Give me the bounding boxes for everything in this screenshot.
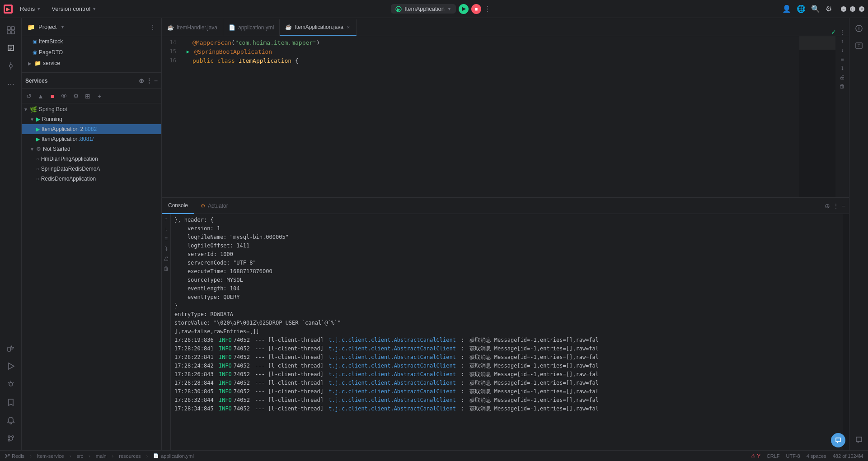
gutter-delete[interactable]: 🗑 (840, 83, 845, 89)
itemstock-label: ItemStock (39, 38, 63, 45)
tab-itemhandler[interactable]: ☕ ItemHandler.java (162, 19, 223, 36)
console-content[interactable]: }, header: { version: 1 logFileName: "my… (171, 214, 843, 450)
sidebar-icon-debug[interactable] (3, 376, 19, 392)
window-controls: − □ × (841, 6, 864, 12)
status-error-count[interactable]: ⚠ Y (750, 453, 761, 459)
far-right-diff[interactable] (851, 38, 867, 53)
console-tab-console[interactable]: Console (162, 198, 194, 214)
console-tab-actuator[interactable]: ⚙ Actuator (194, 198, 235, 214)
profile-icon[interactable]: 👤 (782, 5, 791, 13)
running-group[interactable]: ▼ ▶ Running (22, 114, 161, 124)
not-started-group[interactable]: ▼ ⚙ Not Started (22, 144, 161, 154)
svc-add-btn[interactable]: + (94, 91, 105, 102)
gutter-print[interactable]: 🖨 (840, 74, 845, 80)
sidebar-icon-run[interactable] (3, 358, 19, 374)
svc-refresh-btn[interactable]: ↺ (23, 91, 34, 102)
sidebar-icon-git[interactable] (3, 430, 19, 447)
status-git-branch[interactable]: Redis (4, 453, 26, 459)
svc-group-btn[interactable]: ⊞ (82, 91, 93, 102)
chat-floating-button[interactable] (831, 433, 845, 447)
path-main: main (96, 453, 107, 459)
console-wrap-icon[interactable]: ⤵ (165, 246, 168, 252)
gutter-scroll-down[interactable]: ↓ (841, 47, 844, 53)
far-right-notifications[interactable] (851, 21, 867, 36)
status-crlf[interactable]: CRLF (765, 453, 781, 459)
services-collapse-icon[interactable]: − (154, 77, 158, 84)
itemapp1-run-icon: ▶ (36, 136, 40, 142)
svc-itemapp2[interactable]: ▶ ItemApplication 2 :8082 (22, 124, 161, 134)
gutter-scroll-up[interactable]: ↑ (841, 38, 844, 44)
log-line-9: 17:28:34:845 INFO 74052 --- [l-client-th… (174, 405, 839, 413)
status-path-src[interactable]: src (75, 453, 84, 459)
status-path-item-service[interactable]: Item-service (36, 453, 66, 459)
menu-version-control[interactable]: Version control ▼ (48, 4, 100, 14)
sidebar-icon-files[interactable] (3, 40, 19, 56)
project-dropdown-icon[interactable]: ▼ (60, 24, 65, 29)
close-button[interactable]: × (859, 6, 864, 12)
sidebar-icon-more[interactable]: ⋯ (3, 76, 19, 92)
svc-itemapp1[interactable]: ▶ ItemApplication :8081/ (22, 134, 161, 144)
services-add-icon[interactable]: ⊕ (139, 77, 144, 84)
tab-applicationyml[interactable]: 📄 application.yml (223, 19, 280, 36)
svc-filter-btn[interactable]: ⚙ (70, 91, 81, 102)
status-path-applicationyml[interactable]: 📄 application.yml (152, 453, 195, 459)
sidebar-icon-notifications[interactable] (3, 412, 19, 428)
console-add-icon[interactable]: ⊕ (825, 202, 830, 210)
settings-icon[interactable]: ⚙ (826, 5, 832, 13)
console-collapse-icon[interactable]: − (842, 202, 845, 210)
sidebar-icon-project[interactable] (3, 22, 19, 38)
svc-redisdemo[interactable]: ○ RedisDemoApplication (22, 174, 161, 184)
status-path-main[interactable]: main (94, 453, 108, 459)
maximize-button[interactable]: □ (850, 6, 855, 12)
svc-stop-btn[interactable]: ■ (47, 91, 58, 102)
status-position[interactable]: 482 of 1024M (831, 453, 864, 459)
status-path-resources[interactable]: resources (117, 453, 142, 459)
far-right-chat[interactable] (851, 432, 867, 447)
svc-eye-btn[interactable]: 👁 (59, 91, 70, 102)
gutter-soft-wrap[interactable]: ⤵ (841, 65, 844, 71)
sidebar-icon-commit[interactable] (3, 58, 19, 74)
project-more-icon[interactable]: ⋮ (150, 23, 156, 31)
sidebar-icon-bookmarks[interactable] (3, 394, 19, 410)
run-config-selector[interactable]: ▶ ItemApplication ▼ (391, 4, 456, 14)
console-align-icon[interactable]: ≡ (164, 236, 168, 242)
translate-icon[interactable]: 🌐 (797, 5, 806, 13)
console-actions: ⊕ ⋮ − (825, 202, 849, 210)
tab-itemapp-close[interactable]: × (346, 23, 351, 31)
tabs-more-icon[interactable]: ⋮ (839, 28, 845, 36)
hmdianping-icon: ○ (36, 156, 39, 162)
tree-item-itemstock[interactable]: ◉ ItemStock (22, 36, 161, 47)
service-arrow: ▶ (28, 61, 34, 66)
status-indent[interactable]: 4 spaces (805, 453, 828, 459)
stop-button[interactable]: ■ (471, 4, 481, 14)
services-more-icon[interactable]: ⋮ (146, 77, 152, 84)
git-branch-icon (5, 453, 10, 459)
tree-item-pagedto[interactable]: ◉ PageDTO (22, 47, 161, 58)
console-up-icon[interactable]: ↑ (165, 216, 168, 222)
path-src: src (76, 453, 83, 459)
console-trash-icon[interactable]: 🗑 (164, 265, 169, 272)
svc-hmdianping[interactable]: ○ HmDianPingApplication (22, 154, 161, 164)
tree-item-service[interactable]: ▶ 📁 service (22, 58, 161, 69)
search-everywhere-icon[interactable]: 🔍 (811, 5, 820, 13)
title-bar: ▶ Redis ▼ Version control ▼ ▶ ItemApplic… (0, 0, 868, 18)
run-button[interactable]: ▶ (459, 4, 469, 14)
svc-springdataredis[interactable]: ○ SpringDataRedisDemoA (22, 164, 161, 174)
log-line-header: }, header: { (174, 216, 839, 224)
sidebar-icon-plugins[interactable] (3, 340, 19, 356)
menu-redis[interactable]: Redis ▼ (16, 4, 44, 14)
console-print-icon[interactable]: 🖨 (164, 256, 169, 262)
gutter-align[interactable]: ≡ (840, 56, 844, 62)
run-gutter-icon[interactable]: ▶ (183, 49, 192, 55)
spring-boot-root[interactable]: ▼ 🌿 Spring Boot (22, 104, 161, 114)
console-more-icon[interactable]: ⋮ (833, 202, 839, 210)
svc-up-btn[interactable]: ▲ (35, 91, 46, 102)
console-down-icon[interactable]: ↓ (165, 226, 168, 232)
tab-itemapplication[interactable]: ☕ ItemApplication.java × (280, 19, 357, 36)
more-run-options[interactable]: ⋮ (484, 5, 491, 13)
minimize-button[interactable]: − (841, 6, 846, 12)
log-line-eventlength: eventLength: 104 (174, 284, 839, 293)
log-line-serverencode: serverenCode: "UTF-8" (174, 259, 839, 267)
check-icon[interactable]: ✓ (831, 28, 836, 36)
status-encoding[interactable]: UTF-8 (785, 453, 802, 459)
